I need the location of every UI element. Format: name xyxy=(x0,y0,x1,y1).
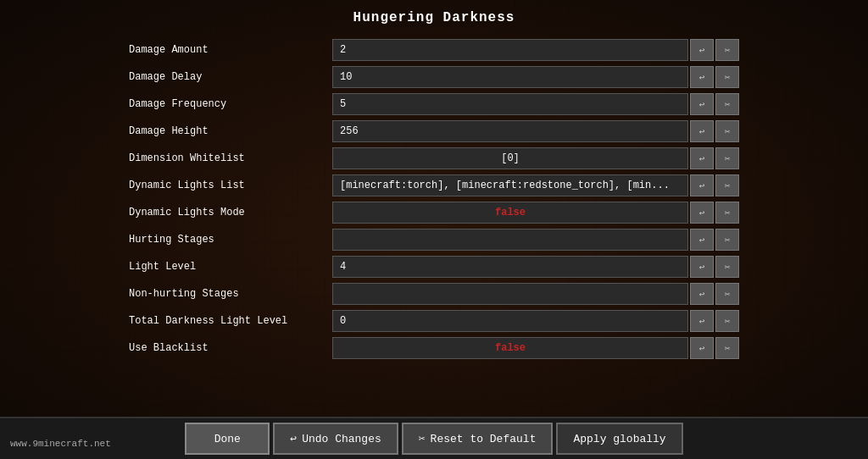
done-button[interactable]: Done xyxy=(185,423,270,455)
setting-value: 5 xyxy=(340,98,346,110)
scissors-icon: ✂ xyxy=(725,72,731,83)
scissors-icon: ✂ xyxy=(725,99,731,110)
reset-setting-button[interactable]: ✂ xyxy=(715,174,739,196)
scissors-icon: ✂ xyxy=(725,207,731,218)
scissors-icon: ✂ xyxy=(725,235,731,246)
reset-to-default-button[interactable]: ✂ Reset to Default xyxy=(402,423,554,455)
setting-label: Dynamic Lights List xyxy=(129,180,332,191)
table-row: Dynamic Lights List[minecraft:torch], [m… xyxy=(129,173,739,198)
setting-control[interactable]: 0 xyxy=(332,310,688,332)
undo-setting-button[interactable]: ↩ xyxy=(690,337,714,359)
scissors-icon: ✂ xyxy=(725,343,731,354)
table-row: Damage Frequency5↩✂ xyxy=(129,91,739,117)
apply-globally-button[interactable]: Apply globally xyxy=(556,423,682,455)
undo-setting-button[interactable]: ↩ xyxy=(690,66,714,88)
setting-label: Damage Frequency xyxy=(129,98,332,110)
setting-control[interactable]: 256 xyxy=(332,120,688,142)
scissors-icon: ✂ xyxy=(725,289,731,300)
reset-setting-button[interactable]: ✂ xyxy=(715,202,739,224)
table-row: Non-hurting Stages↩✂ xyxy=(129,281,739,307)
table-row: Dynamic Lights Modefalse↩✂ xyxy=(129,200,739,225)
reset-setting-button[interactable]: ✂ xyxy=(715,337,739,359)
reset-setting-button[interactable]: ✂ xyxy=(715,93,739,115)
reset-setting-button[interactable]: ✂ xyxy=(715,147,739,169)
table-row: Damage Amount2↩✂ xyxy=(129,37,739,63)
table-row: Light Level4↩✂ xyxy=(129,254,739,279)
undo-setting-button[interactable]: ↩ xyxy=(690,202,714,224)
setting-value: [minecraft:torch], [minecraft:redstone_t… xyxy=(340,180,670,191)
reset-setting-button[interactable]: ✂ xyxy=(715,229,739,251)
setting-value: [0] xyxy=(501,152,520,164)
reset-setting-button[interactable]: ✂ xyxy=(715,66,739,88)
undo-setting-button[interactable]: ↩ xyxy=(690,147,714,169)
scissors-icon: ✂ xyxy=(725,45,731,56)
table-row: Use Blacklistfalse↩✂ xyxy=(129,335,739,361)
setting-label: Damage Amount xyxy=(129,44,332,56)
undo-label: Undo Changes xyxy=(302,433,381,445)
scissors-icon: ✂ xyxy=(419,432,426,445)
table-row: Damage Delay10↩✂ xyxy=(129,64,739,90)
setting-label: Damage Delay xyxy=(129,71,332,83)
undo-changes-button[interactable]: ↩ Undo Changes xyxy=(273,423,398,455)
undo-setting-button[interactable]: ↩ xyxy=(690,120,714,142)
undo-icon: ↩ xyxy=(699,343,705,354)
setting-value: 256 xyxy=(340,125,359,137)
undo-icon: ↩ xyxy=(699,316,705,327)
undo-setting-button[interactable]: ↩ xyxy=(690,229,714,251)
undo-icon: ↩ xyxy=(699,72,705,83)
setting-control[interactable]: 10 xyxy=(332,66,688,88)
reset-setting-button[interactable]: ✂ xyxy=(715,283,739,305)
table-row: Total Darkness Light Level0↩✂ xyxy=(129,308,739,334)
table-row: Hurting Stages↩✂ xyxy=(129,227,739,252)
reset-setting-button[interactable]: ✂ xyxy=(715,256,739,278)
setting-control[interactable]: [0] xyxy=(332,147,688,169)
scissors-icon: ✂ xyxy=(725,126,731,137)
setting-label: Dynamic Lights Mode xyxy=(129,207,332,218)
setting-value: false xyxy=(495,207,526,218)
reset-setting-button[interactable]: ✂ xyxy=(715,120,739,142)
bottom-bar: www.9minecraft.net Done ↩ Undo Changes ✂… xyxy=(0,417,868,459)
scissors-icon: ✂ xyxy=(725,262,731,273)
setting-control[interactable]: [minecraft:torch], [minecraft:redstone_t… xyxy=(332,174,688,196)
setting-control[interactable] xyxy=(332,283,688,305)
scissors-icon: ✂ xyxy=(725,153,731,164)
setting-value: 2 xyxy=(340,44,346,56)
undo-setting-button[interactable]: ↩ xyxy=(690,283,714,305)
undo-setting-button[interactable]: ↩ xyxy=(690,39,714,61)
undo-icon: ↩ xyxy=(699,180,705,191)
setting-control[interactable]: 4 xyxy=(332,256,688,278)
setting-control[interactable]: 5 xyxy=(332,93,688,115)
scissors-icon: ✂ xyxy=(725,316,731,327)
reset-label: Reset to Default xyxy=(431,433,537,445)
undo-icon: ↩ xyxy=(699,126,705,137)
table-row: Dimension Whitelist[0]↩✂ xyxy=(129,146,739,171)
setting-value: 0 xyxy=(340,315,346,327)
undo-setting-button[interactable]: ↩ xyxy=(690,93,714,115)
undo-icon: ↩ xyxy=(290,432,297,445)
settings-panel: Damage Amount2↩✂Damage Delay10↩✂Damage F… xyxy=(129,37,739,361)
setting-label: Non-hurting Stages xyxy=(129,288,332,300)
undo-icon: ↩ xyxy=(699,207,705,218)
setting-label: Use Blacklist xyxy=(129,342,332,354)
setting-label: Light Level xyxy=(129,261,332,273)
setting-value: 10 xyxy=(340,71,352,83)
setting-control[interactable]: 2 xyxy=(332,39,688,61)
undo-setting-button[interactable]: ↩ xyxy=(690,256,714,278)
setting-label: Damage Height xyxy=(129,125,332,137)
setting-control[interactable]: false xyxy=(332,202,688,224)
undo-setting-button[interactable]: ↩ xyxy=(690,174,714,196)
undo-icon: ↩ xyxy=(699,45,705,56)
setting-label: Total Darkness Light Level xyxy=(129,315,332,327)
reset-setting-button[interactable]: ✂ xyxy=(715,39,739,61)
watermark: www.9minecraft.net xyxy=(10,439,111,449)
undo-icon: ↩ xyxy=(699,235,705,246)
undo-icon: ↩ xyxy=(699,153,705,164)
reset-setting-button[interactable]: ✂ xyxy=(715,310,739,332)
main-container: Hungering Darkness Damage Amount2↩✂Damag… xyxy=(0,0,868,459)
page-title: Hungering Darkness xyxy=(353,10,515,25)
setting-value: false xyxy=(495,342,526,354)
setting-value: 4 xyxy=(340,261,346,273)
undo-setting-button[interactable]: ↩ xyxy=(690,310,714,332)
setting-control[interactable]: false xyxy=(332,337,688,359)
setting-control[interactable] xyxy=(332,229,688,251)
